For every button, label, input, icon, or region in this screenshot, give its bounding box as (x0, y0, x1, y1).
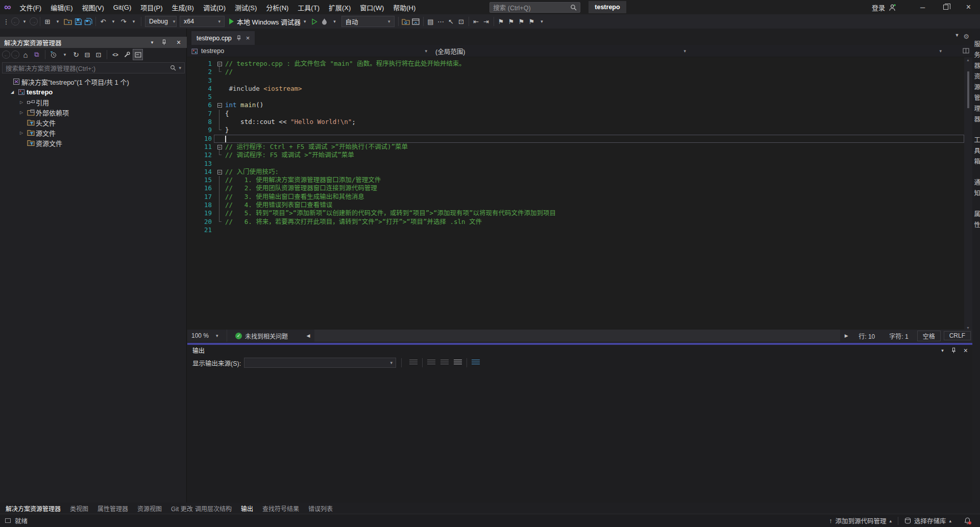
eol-toggle[interactable]: CRLF (944, 331, 971, 340)
scroll-down-arrow[interactable]: ▼ (966, 326, 970, 330)
bottom-panel-tab[interactable]: 查找符号结果 (258, 503, 304, 514)
toggle-word-wrap-button[interactable] (472, 360, 480, 366)
fold-toggle[interactable]: − (217, 145, 222, 149)
nav-member-dropdown[interactable]: ▾ (690, 45, 946, 57)
zoom-level-select[interactable]: 100 % ▾ (187, 330, 227, 342)
split-window-icon[interactable] (963, 48, 969, 54)
tree-expander[interactable]: ▷ (17, 131, 26, 135)
menu-item[interactable]: 工具(T) (293, 0, 324, 14)
window-position-dropdown[interactable]: ▾ (941, 348, 944, 353)
tree-item[interactable]: 头文件 (0, 117, 187, 128)
solution-explorer-header[interactable]: 解决方案资源管理器 ▾ × (0, 37, 187, 48)
scroll-right-arrow[interactable]: ▶ (841, 330, 851, 341)
tab-pin-icon[interactable] (236, 35, 241, 41)
properties-button[interactable] (121, 49, 132, 60)
quick-search-box[interactable]: 搜索 (Ctrl+Q) (489, 2, 580, 13)
bottom-panel-tab[interactable]: 调用层次结构 (190, 503, 236, 514)
close-panel-icon[interactable]: × (175, 38, 183, 46)
goto-message-button[interactable] (409, 360, 418, 366)
tab-close-icon[interactable]: × (246, 34, 250, 42)
indent-button[interactable]: ⇥ (481, 16, 492, 27)
scrollbar-thumb[interactable] (967, 71, 969, 108)
undo-dropdown[interactable]: ▾ (108, 16, 118, 27)
preview-selected-items-button[interactable] (133, 49, 143, 60)
toggle-bookmark-button[interactable]: ⚑ (496, 16, 506, 27)
bottom-panel-tab[interactable]: 输出 (236, 503, 258, 514)
menu-item[interactable]: 帮助(H) (388, 0, 420, 14)
spaces-toggle[interactable]: 空格 (917, 331, 941, 341)
redo-dropdown[interactable]: ▾ (129, 16, 139, 27)
view-code-button[interactable]: <> (110, 49, 120, 60)
search-options-dropdown[interactable]: ▾ (179, 65, 181, 70)
notifications-button[interactable] (958, 514, 980, 527)
pin-icon[interactable] (951, 347, 957, 354)
tree-item[interactable]: ◢testrepo (0, 87, 187, 97)
menu-item[interactable]: 测试(S) (230, 0, 261, 14)
health-indicator[interactable]: 未找到相关问题 (245, 332, 288, 340)
sign-in-button[interactable]: 登录 (872, 3, 897, 12)
left-panel-tab[interactable]: 类视图 (65, 503, 93, 514)
filter-dropdown[interactable]: ▾ (60, 49, 70, 60)
minimize-button[interactable]: ─ (911, 0, 934, 14)
bottom-panel-tab[interactable]: 错误列表 (304, 503, 337, 514)
right-tool-window-tab[interactable]: 属性 (972, 211, 980, 232)
clear-bookmarks-button[interactable]: ⚑ (527, 16, 537, 27)
save-button[interactable] (73, 16, 83, 27)
solution-explorer-search-input[interactable]: 搜索解决方案资源管理器(Ctrl+;) ▾ (2, 62, 185, 73)
home-button[interactable]: ⌂ (20, 49, 31, 60)
hot-reload-button[interactable] (320, 16, 330, 27)
pending-changes-filter-button[interactable] (48, 49, 59, 60)
refresh-button[interactable]: ↻ (71, 49, 81, 60)
tree-item[interactable]: ▷引用 (0, 97, 187, 107)
tree-expander[interactable]: ▷ (17, 110, 26, 115)
previous-bookmark-button[interactable]: ⚑ (506, 16, 517, 27)
fold-toggle[interactable]: − (217, 62, 222, 66)
toolbar-grip[interactable]: ⋮ (1, 16, 11, 27)
se-back-button[interactable]: ← (2, 51, 10, 59)
copy-parent-button[interactable]: ⊡ (456, 16, 467, 27)
tree-item[interactable]: 资源文件 (0, 138, 187, 148)
menu-item[interactable]: 扩展(X) (324, 0, 355, 14)
collapse-all-button[interactable]: ⊟ (82, 49, 92, 60)
start-without-debugging-button[interactable] (309, 16, 320, 27)
window-position-dropdown[interactable]: ▾ (148, 40, 156, 45)
hot-reload-dropdown[interactable]: ▾ (330, 16, 340, 27)
se-forward-button[interactable]: → (11, 51, 19, 59)
menu-item[interactable]: 编辑(E) (46, 0, 77, 14)
active-project-badge[interactable]: testrepo (589, 1, 626, 13)
select-repository-button[interactable]: 选择存储库 ▴ (898, 514, 958, 527)
attach-to-process-button[interactable] (401, 16, 411, 27)
add-to-source-control-button[interactable]: ↑ 添加到源代码管理 ▴ (823, 514, 898, 527)
menu-item[interactable]: 文件(F) (15, 0, 46, 14)
start-debugging-button[interactable]: 本地 Windows 调试器 ▾ (226, 16, 309, 27)
pin-icon[interactable] (161, 39, 169, 45)
horizontal-scrollbar-track[interactable] (314, 330, 840, 342)
tree-expander[interactable]: ◢ (8, 90, 16, 94)
fold-toggle[interactable]: − (217, 170, 222, 174)
menu-item[interactable]: 调试(D) (199, 0, 230, 14)
output-panel-header[interactable]: 输出 ▾ × (187, 345, 973, 356)
active-documents-dropdown[interactable]: ▼ (954, 33, 959, 40)
next-message-button[interactable] (440, 360, 449, 366)
scroll-left-arrow[interactable]: ◀ (303, 330, 313, 341)
breakpoint-options-button[interactable]: ⋯ (436, 16, 446, 27)
solution-configuration-select[interactable]: Debug ▾ (145, 16, 177, 27)
select-tool-button[interactable]: ↖ (446, 16, 456, 27)
build-file-button[interactable]: ▤ (426, 16, 436, 27)
right-tool-window-tab[interactable]: 工具箱 (972, 137, 980, 169)
tree-item[interactable]: ▷外部依赖项 (0, 107, 187, 117)
maximize-button[interactable] (934, 0, 957, 14)
sync-with-active-document-button[interactable]: ⊡ (93, 49, 104, 60)
close-button[interactable]: × (957, 0, 980, 14)
background-tasks-icon[interactable] (5, 518, 11, 523)
toolbar-overflow-button[interactable]: ▾ (537, 16, 547, 27)
new-project-dropdown[interactable]: ▾ (53, 16, 63, 27)
menu-item[interactable]: 视图(V) (78, 0, 109, 14)
clear-all-output-button[interactable] (454, 360, 462, 366)
menu-item[interactable]: 分析(N) (261, 0, 293, 14)
previous-message-button[interactable] (427, 360, 435, 366)
left-panel-tab[interactable]: 属性管理器 (93, 503, 133, 514)
left-panel-tab[interactable]: 资源视图 (133, 503, 166, 514)
hot-reload-mode-select[interactable]: 自动 ▾ (341, 16, 395, 27)
save-all-button[interactable] (83, 16, 93, 27)
